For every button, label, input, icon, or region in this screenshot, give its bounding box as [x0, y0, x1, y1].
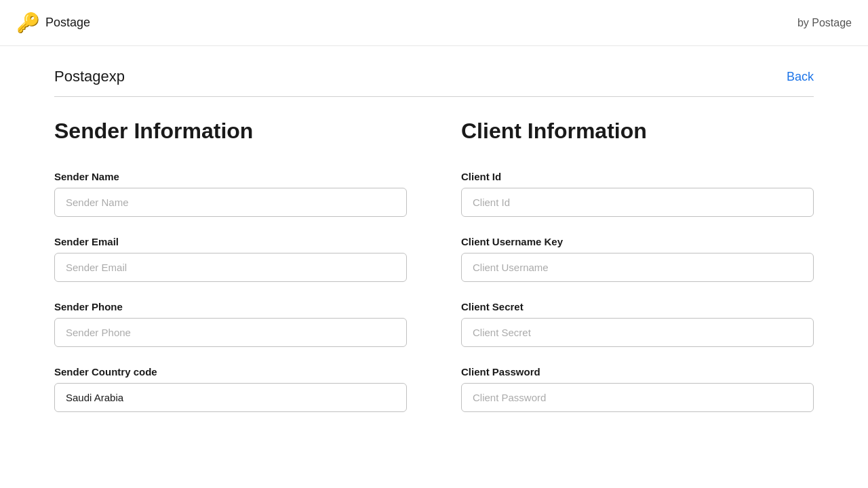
- sender-name-group: Sender Name: [54, 171, 407, 217]
- client-password-input[interactable]: [461, 383, 814, 412]
- sender-country-label: Sender Country code: [54, 366, 407, 378]
- client-section: Client Information Client Id Client User…: [461, 119, 814, 431]
- sender-phone-input[interactable]: [54, 318, 407, 347]
- client-id-group: Client Id: [461, 171, 814, 217]
- client-secret-group: Client Secret: [461, 301, 814, 347]
- back-link[interactable]: Back: [787, 70, 814, 84]
- navbar-by-postage: by Postage: [797, 17, 852, 29]
- sender-phone-label: Sender Phone: [54, 301, 407, 312]
- sender-country-group: Sender Country code: [54, 366, 407, 412]
- client-username-group: Client Username Key: [461, 236, 814, 282]
- sender-phone-group: Sender Phone: [54, 301, 407, 347]
- section-divider: [54, 96, 814, 97]
- sender-email-input[interactable]: [54, 253, 407, 282]
- client-id-label: Client Id: [461, 171, 814, 182]
- page-header: Postagexp Back: [54, 68, 814, 85]
- main-content: Postagexp Back Sender Information Sender…: [0, 46, 868, 453]
- navbar: 🔑 Postage by Postage: [0, 0, 868, 46]
- client-username-input[interactable]: [461, 253, 814, 282]
- sender-section: Sender Information Sender Name Sender Em…: [54, 119, 407, 431]
- client-secret-input[interactable]: [461, 318, 814, 347]
- form-columns: Sender Information Sender Name Sender Em…: [54, 119, 814, 431]
- page-title: Postagexp: [54, 68, 125, 85]
- client-id-input[interactable]: [461, 188, 814, 217]
- navbar-brand-name: Postage: [45, 16, 90, 30]
- navbar-brand: 🔑 Postage: [16, 14, 90, 33]
- sender-email-group: Sender Email: [54, 236, 407, 282]
- client-section-title: Client Information: [461, 119, 814, 144]
- client-username-label: Client Username Key: [461, 236, 814, 247]
- postage-logo-icon: 🔑: [16, 14, 40, 33]
- sender-section-title: Sender Information: [54, 119, 407, 144]
- sender-name-label: Sender Name: [54, 171, 407, 182]
- sender-country-input[interactable]: [54, 383, 407, 412]
- client-password-label: Client Password: [461, 366, 814, 378]
- sender-name-input[interactable]: [54, 188, 407, 217]
- client-password-group: Client Password: [461, 366, 814, 412]
- sender-email-label: Sender Email: [54, 236, 407, 247]
- client-secret-label: Client Secret: [461, 301, 814, 312]
